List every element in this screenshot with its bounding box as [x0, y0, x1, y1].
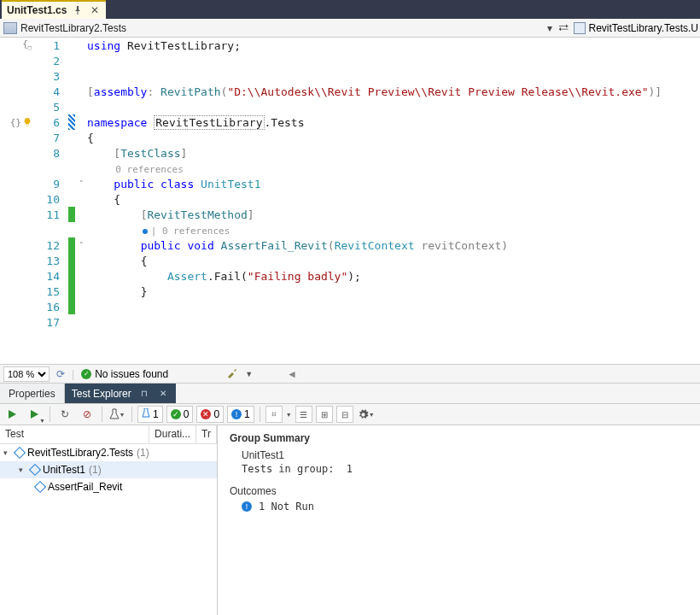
code-line[interactable]: 15 }: [0, 284, 700, 299]
code-text[interactable]: [87, 301, 114, 313]
group-summary-title: Group Summary: [230, 432, 688, 444]
notrun-diamond-icon: [29, 464, 41, 476]
change-bar: [68, 145, 75, 161]
glyph-margin: {□: [0, 38, 34, 51]
code-text[interactable]: public class UnitTest1: [87, 178, 261, 190]
screwdriver-icon[interactable]: [226, 366, 238, 381]
run-all-button[interactable]: [3, 405, 22, 424]
tree-root[interactable]: ▾ RevitTestLibrary2.Tests (1): [0, 444, 217, 461]
document-tab[interactable]: UnitTest1.cs ✕: [2, 0, 106, 19]
class-icon: [574, 22, 586, 34]
code-text[interactable]: Assert.Fail("Failing badly");: [87, 270, 361, 283]
code-line[interactable]: 16: [0, 299, 700, 314]
code-text[interactable]: {: [87, 193, 120, 206]
caret-down-icon[interactable]: ▾: [3, 448, 12, 457]
change-bar: [68, 38, 75, 53]
col-test[interactable]: Test: [0, 425, 149, 443]
failed-tests-pill[interactable]: ✕ 0: [196, 406, 224, 423]
code-line[interactable]: 10 {: [0, 191, 700, 207]
code-text[interactable]: | 0 references: [87, 224, 230, 237]
code-line[interactable]: {□1using RevitTestLibrary;: [0, 38, 700, 53]
tree-group[interactable]: ▾ UnitTest1 (1): [0, 461, 217, 478]
breadcrumb-left[interactable]: RevitTestLibrary2.Tests: [0, 22, 543, 34]
passed-tests-pill[interactable]: ✓ 0: [166, 406, 194, 423]
expand-all-button[interactable]: ⊞: [316, 406, 333, 423]
zoom-control[interactable]: 108 %: [3, 366, 50, 382]
document-tabstrip: UnitTest1.cs ✕: [0, 0, 700, 19]
settings-button[interactable]: ▼: [357, 405, 376, 424]
breadcrumb-right[interactable]: ⮂ RevitTestLibrary.Tests.U: [557, 22, 700, 34]
change-bar: [68, 84, 75, 99]
change-bar: [68, 130, 75, 145]
code-text[interactable]: 0 references: [87, 162, 184, 175]
code-line[interactable]: 9˅ public class UnitTest1: [0, 176, 700, 191]
run-button[interactable]: ▼: [26, 405, 44, 424]
code-line[interactable]: 0 references: [0, 161, 700, 176]
repeat-button[interactable]: ↻: [55, 405, 74, 424]
code-line[interactable]: 5: [0, 99, 700, 114]
group-by-button[interactable]: ⌗: [265, 406, 283, 423]
code-text[interactable]: [TestClass]: [87, 147, 187, 160]
notrun-tests-pill[interactable]: ! 1: [227, 406, 254, 423]
code-line[interactable]: 4[assembly: RevitPath("D:\\Autodesk\\Rev…: [0, 84, 700, 99]
close-icon[interactable]: ✕: [89, 4, 101, 16]
total-tests-pill[interactable]: 1: [137, 406, 163, 423]
test-explorer-tab[interactable]: Test Explorer ⊓ ✕: [65, 384, 176, 403]
code-text[interactable]: {: [87, 132, 94, 144]
pin-icon[interactable]: [72, 4, 84, 16]
code-line[interactable]: 12˅ public void AssertFail_Revit(RevitCo…: [0, 237, 700, 253]
change-bar: [68, 299, 75, 314]
code-text[interactable]: public void AssertFail_Revit(RevitContex…: [87, 239, 508, 252]
properties-tab[interactable]: Properties: [0, 384, 65, 403]
code-line[interactable]: 17: [0, 314, 700, 330]
code-text[interactable]: namespace RevitTestLibrary.Tests: [87, 116, 304, 129]
fold-toggle[interactable]: ˅: [75, 179, 87, 188]
line-number: 14: [34, 270, 68, 283]
code-line[interactable]: 13 {: [0, 253, 700, 268]
code-text[interactable]: {: [87, 255, 147, 267]
code-line[interactable]: {}6namespace RevitTestLibrary.Tests: [0, 114, 700, 130]
code-line[interactable]: 14 Assert.Fail("Failing badly");: [0, 268, 700, 284]
swap-icon[interactable]: ⮂: [557, 22, 570, 34]
code-line[interactable]: 2: [0, 53, 700, 68]
arrow-left-icon[interactable]: ◄: [287, 368, 297, 380]
col-traits[interactable]: Tr: [196, 425, 217, 443]
check-icon: ✓: [81, 369, 91, 379]
code-text[interactable]: using RevitTestLibrary;: [87, 39, 241, 52]
change-bar: [68, 68, 75, 84]
test-tree[interactable]: Test Durati... Tr ▾ RevitTestLibrary2.Te…: [0, 425, 218, 615]
close-icon[interactable]: ✕: [157, 389, 169, 398]
view-columns-button[interactable]: ☰: [295, 406, 312, 423]
lightbulb-icon[interactable]: {}: [0, 117, 34, 128]
cancel-run-button[interactable]: ⊘: [78, 405, 96, 424]
code-line[interactable]: 8 [TestClass]: [0, 145, 700, 161]
code-text[interactable]: [RevitTestMethod]: [87, 208, 254, 221]
collapse-all-button[interactable]: ⊟: [336, 406, 353, 423]
code-line[interactable]: 3: [0, 68, 700, 84]
change-bar: [68, 176, 75, 191]
code-text[interactable]: }: [87, 285, 147, 298]
outcome-notrun[interactable]: ! 1 Not Run: [242, 501, 688, 512]
line-number: 3: [34, 70, 68, 83]
caret-down-icon[interactable]: ▾: [19, 466, 27, 474]
issues-indicator[interactable]: ✓ No issues found: [81, 368, 168, 380]
tool-window-tabs: Properties Test Explorer ⊓ ✕: [0, 383, 700, 403]
code-text[interactable]: [assembly: RevitPath("D:\\Autodesk\\Revi…: [87, 85, 662, 98]
editor-status-bar: 108 % ⟳ | ✓ No issues found ▼ ◄: [0, 364, 700, 383]
playlist-button[interactable]: ▼: [108, 405, 126, 424]
code-line[interactable]: | 0 references: [0, 222, 700, 237]
change-bar: [68, 253, 75, 268]
col-duration[interactable]: Durati...: [149, 425, 196, 443]
fold-toggle[interactable]: ˅: [75, 241, 87, 249]
chevron-down-icon[interactable]: ▾: [543, 22, 557, 34]
code-line[interactable]: 11 [RevitTestMethod]: [0, 207, 700, 222]
outcomes-label: Outcomes: [230, 485, 688, 497]
refresh-icon[interactable]: ⟳: [56, 368, 65, 380]
chevron-down-icon[interactable]: ▼: [245, 370, 253, 378]
code-line[interactable]: 7{: [0, 130, 700, 145]
change-bar: [68, 99, 75, 114]
zoom-select[interactable]: 108 %: [3, 366, 50, 382]
tree-test[interactable]: AssertFail_Revit: [0, 478, 217, 495]
code-editor[interactable]: {□1using RevitTestLibrary;234[assembly: …: [0, 38, 700, 364]
pin-icon[interactable]: ⊓: [138, 389, 150, 398]
